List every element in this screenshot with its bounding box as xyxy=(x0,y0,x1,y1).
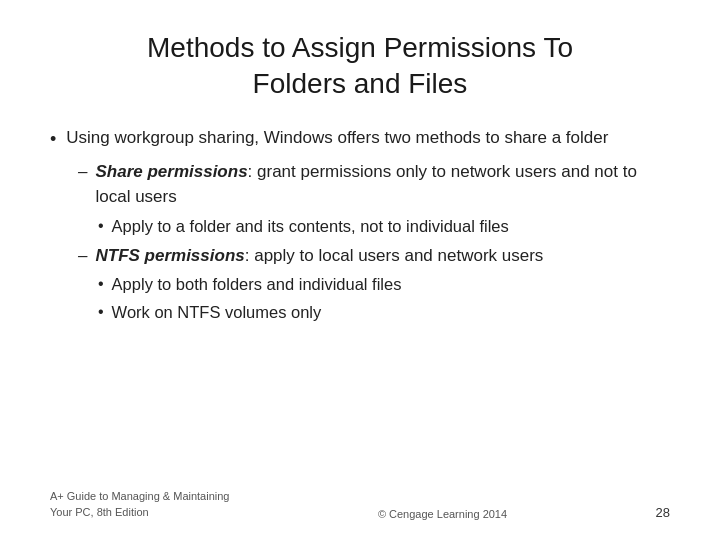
share-permissions-label: Share permissions xyxy=(95,162,247,181)
share-permissions-text: Share permissions: grant permissions onl… xyxy=(95,159,670,210)
ntfs-permissions-text: NTFS permissions: apply to local users a… xyxy=(95,243,543,269)
bullet-sm-icon-1: • xyxy=(98,214,104,238)
share-sub-bullet-1: • Apply to a folder and its contents, no… xyxy=(98,214,670,239)
title-line1: Methods to Assign Permissions To xyxy=(147,32,573,63)
dash-icon-ntfs: – xyxy=(78,243,87,269)
footer-left: A+ Guide to Managing & Maintaining Your … xyxy=(50,489,229,520)
footer-left-line2: Your PC, 8th Edition xyxy=(50,505,229,520)
sub-list: – Share permissions: grant permissions o… xyxy=(78,159,670,325)
ntfs-permissions-rest: : apply to local users and network users xyxy=(245,246,544,265)
ntfs-sub-bullets: • Apply to both folders and individual f… xyxy=(98,272,670,325)
ntfs-sub-bullet-1: • Apply to both folders and individual f… xyxy=(98,272,670,297)
ntfs-permissions-label: NTFS permissions xyxy=(95,246,244,265)
main-bullet-item: • Using workgroup sharing, Windows offer… xyxy=(50,125,670,153)
footer-page-number: 28 xyxy=(656,505,670,520)
dash-icon-share: – xyxy=(78,159,87,185)
ntfs-sub-text-2: Work on NTFS volumes only xyxy=(112,300,322,325)
slide: Methods to Assign Permissions To Folders… xyxy=(0,0,720,540)
slide-title: Methods to Assign Permissions To Folders… xyxy=(50,30,670,103)
share-sub-bullets: • Apply to a folder and its contents, no… xyxy=(98,214,670,239)
ntfs-sub-bullet-2: • Work on NTFS volumes only xyxy=(98,300,670,325)
bullet-sm-icon-2: • xyxy=(98,272,104,296)
bullet-sm-icon-3: • xyxy=(98,300,104,324)
footer-copyright: © Cengage Learning 2014 xyxy=(378,508,507,520)
title-line2: Folders and Files xyxy=(253,68,468,99)
footer-left-line1: A+ Guide to Managing & Maintaining xyxy=(50,489,229,504)
sub-item-share: – Share permissions: grant permissions o… xyxy=(78,159,670,210)
share-sub-text-1: Apply to a folder and its contents, not … xyxy=(112,214,509,239)
sub-item-ntfs: – NTFS permissions: apply to local users… xyxy=(78,243,670,269)
slide-content: • Using workgroup sharing, Windows offer… xyxy=(50,125,670,479)
bullet-dot-icon: • xyxy=(50,126,56,153)
slide-footer: A+ Guide to Managing & Maintaining Your … xyxy=(50,479,670,520)
main-bullet-text: Using workgroup sharing, Windows offers … xyxy=(66,125,608,151)
ntfs-sub-text-1: Apply to both folders and individual fil… xyxy=(112,272,402,297)
